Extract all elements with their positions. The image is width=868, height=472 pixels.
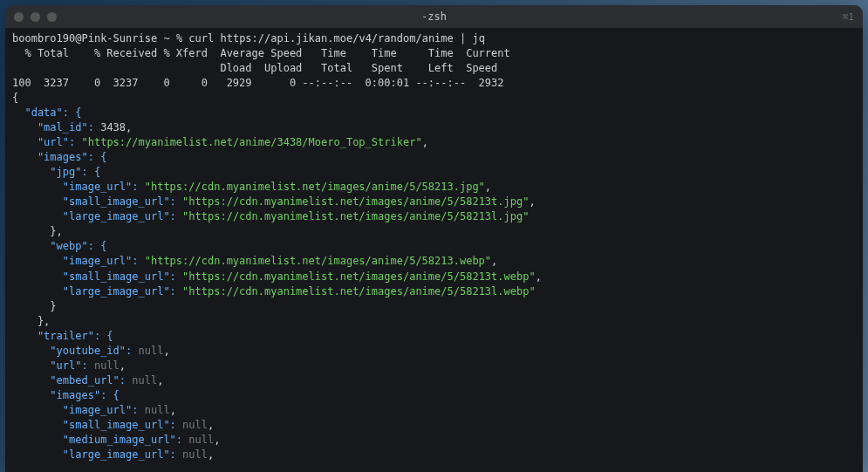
terminal-body[interactable]: boombro190@Pink-Sunrise ~ % curl https:/… (5, 28, 863, 472)
curl-header-2: Dload Upload Total Spent Left Speed (12, 62, 497, 74)
json-webp-l-k: "large_image_url": (12, 285, 182, 298)
prompt-sigil: % (176, 32, 182, 44)
json-close-images: }, (12, 315, 50, 327)
json-url-v: "https://myanimelist.net/anime/3438/Moer… (81, 136, 421, 148)
json-jpg: "jpg": { (12, 166, 100, 178)
prompt-userhost: boombro190@Pink-Sunrise (12, 32, 157, 44)
json-close-webp: } (12, 300, 57, 312)
json-images: "images": { (12, 151, 106, 163)
json-embed-k: "embed_url": (12, 374, 132, 386)
traffic-lights (14, 12, 57, 22)
json-jpg-l-k: "large_image_url": (12, 210, 182, 222)
prompt-command: curl https://api.jikan.moe/v4/random/ani… (188, 32, 485, 44)
json-webp-s-k: "small_image_url": (12, 270, 182, 283)
json-jpg-s-v: "https://cdn.myanimelist.net/images/anim… (182, 195, 529, 208)
json-youtube-k: "youtube_id": (12, 345, 139, 357)
json-timages: "images": { (12, 389, 120, 401)
json-webp-l-v: "https://cdn.myanimelist.net/images/anim… (182, 285, 536, 298)
json-jpg-l-v: "https://cdn.myanimelist.net/images/anim… (182, 210, 529, 222)
zoom-icon[interactable] (47, 12, 57, 22)
json-trailer: "trailer": { (12, 330, 113, 342)
curl-header-1: % Total % Received % Xferd Average Speed… (12, 47, 510, 59)
json-ti-s-k: "small_image_url": (12, 419, 182, 431)
json-jpg-img-k: "image_url": (12, 181, 145, 193)
json-jpg-img-v: "https://cdn.myanimelist.net/images/anim… (145, 181, 485, 193)
pane-label: ⌘1 (843, 11, 854, 23)
json-malid-v: 3438 (100, 121, 126, 133)
json-jpg-s-k: "small_image_url": (12, 195, 182, 208)
close-icon[interactable] (14, 12, 24, 22)
json-null: null (139, 345, 164, 357)
json-open: { (12, 92, 18, 104)
prompt-line: boombro190@Pink-Sunrise ~ % curl https:/… (12, 32, 485, 44)
json-url2-k: "url": (12, 359, 94, 372)
json-ti-m-k: "medium_image_url": (12, 434, 188, 446)
json-data: "data": { (12, 106, 81, 119)
curl-row: 100 3237 0 3237 0 0 2929 0 --:--:-- 0:00… (12, 77, 504, 89)
terminal-window: -zsh ⌘1 boombro190@Pink-Sunrise ~ % curl… (5, 5, 863, 472)
window-title: -zsh (5, 10, 863, 23)
json-malid-k: "mal_id": (12, 121, 100, 133)
json-ti-l-k: "large_image_url": (12, 448, 182, 461)
json-ti-img-k: "image_url": (12, 404, 145, 416)
json-webp: "webp": { (12, 240, 106, 252)
titlebar[interactable]: -zsh ⌘1 (5, 5, 863, 28)
json-webp-img-v: "https://cdn.myanimelist.net/images/anim… (145, 255, 491, 267)
json-webp-s-v: "https://cdn.myanimelist.net/images/anim… (182, 270, 536, 283)
json-close-jpg: }, (12, 225, 63, 237)
json-webp-img-k: "image_url": (12, 255, 145, 267)
prompt-cwd: ~ (163, 32, 169, 44)
minimize-icon[interactable] (31, 12, 40, 22)
json-url-k: "url": (12, 136, 81, 148)
